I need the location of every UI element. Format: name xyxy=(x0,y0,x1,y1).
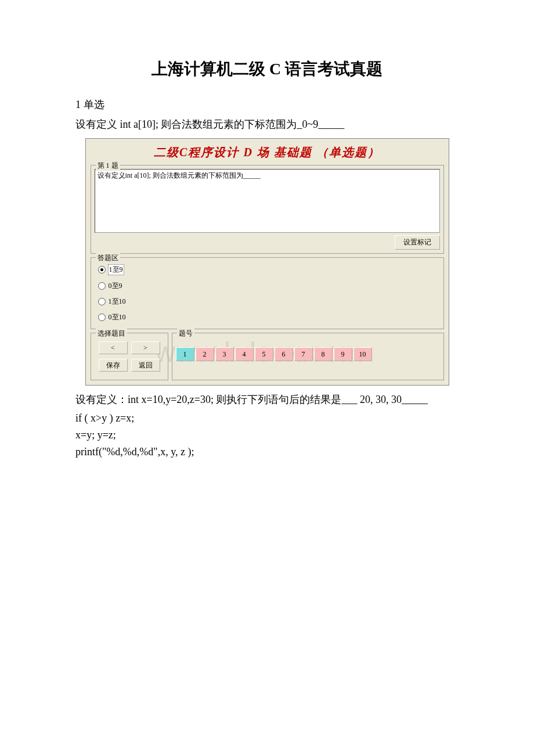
number-cell[interactable]: 2 xyxy=(196,347,214,361)
radio-icon xyxy=(98,298,106,305)
nav-group: 选择题目 < > 保存 返回 xyxy=(91,333,168,380)
number-cell[interactable]: 4 xyxy=(235,347,254,361)
radio-icon xyxy=(98,314,106,321)
option-label: 1至9 xyxy=(108,264,124,275)
question-group: 第 1 题 设有定义int a[10]; 则合法数组元素的下标范围为_____ … xyxy=(91,165,444,254)
radio-icon xyxy=(98,282,106,290)
number-row: 1 2 3 4 5 6 7 8 9 10 xyxy=(176,347,440,361)
number-cell[interactable]: 10 xyxy=(353,347,372,361)
option-1[interactable]: 1至9 xyxy=(95,261,440,278)
option-label: 0至10 xyxy=(108,312,127,322)
number-cell[interactable]: 6 xyxy=(275,347,293,361)
number-cell[interactable]: 9 xyxy=(334,347,352,361)
number-group: 题号 1 2 3 4 5 6 7 8 9 10 xyxy=(172,333,444,380)
number-cell[interactable]: 8 xyxy=(314,347,333,361)
answer-legend: 答题区 xyxy=(96,253,120,263)
page-title: 上海计算机二级 C 语言考试真题 xyxy=(75,58,459,80)
prev-button[interactable]: < xyxy=(99,341,128,354)
next-button[interactable]: > xyxy=(131,341,160,354)
section-label: 1 单选 xyxy=(75,98,459,111)
question1-text: 设有定义 int a[10]; 则合法数组元素的下标范围为_0~9_____ xyxy=(75,117,459,131)
nav-legend: 选择题目 xyxy=(96,329,127,339)
option-2[interactable]: 0至9 xyxy=(95,278,440,294)
number-cell[interactable]: 3 xyxy=(215,347,234,361)
number-cell[interactable]: 1 xyxy=(176,347,194,361)
question-body[interactable]: 设有定义int a[10]; 则合法数组元素的下标范围为_____ xyxy=(95,169,440,233)
question2-text: 设有定义：int x=10,y=20,z=30; 则执行下列语句后的结果是___… xyxy=(75,393,459,406)
set-mark-button[interactable]: 设置标记 xyxy=(395,235,440,250)
code-line-1: if ( x>y ) z=x; xyxy=(75,412,459,424)
answer-group: 答题区 1至9 0至9 1至10 0至10 xyxy=(91,257,444,329)
number-cell[interactable]: 5 xyxy=(255,347,273,361)
option-3[interactable]: 1至10 xyxy=(95,294,440,309)
option-label: 1至10 xyxy=(108,297,127,307)
back-button[interactable]: 返回 xyxy=(131,359,160,372)
option-4[interactable]: 0至10 xyxy=(95,309,440,325)
question-legend: 第 1 题 xyxy=(96,161,120,171)
save-button[interactable]: 保存 xyxy=(99,359,128,372)
code-line-3: printf("%d,%d,%d",x, y, z ); xyxy=(75,446,459,458)
app-header: 二级C程序设计 D 场 基础题 （单选题） xyxy=(86,139,449,165)
number-cell[interactable]: 7 xyxy=(294,347,313,361)
number-legend: 题号 xyxy=(177,329,194,339)
exam-app-window: www.bdocx.com 二级C程序设计 D 场 基础题 （单选题） 第 1 … xyxy=(85,138,449,386)
radio-icon xyxy=(98,266,106,273)
code-line-2: x=y; y=z; xyxy=(75,429,459,441)
option-label: 0至9 xyxy=(108,281,123,291)
